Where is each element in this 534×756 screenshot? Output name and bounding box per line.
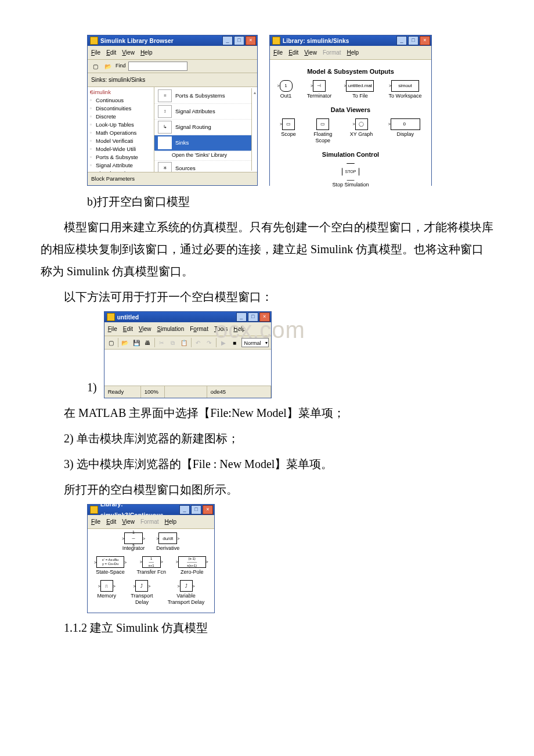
simulation-mode-combo[interactable]: Normal	[241, 338, 269, 347]
block-transport-delay[interactable]: ⤴Transport Delay	[131, 580, 153, 606]
paste-icon[interactable]: 📋	[179, 337, 188, 348]
block-xy-graph[interactable]: ◯XY Graph	[350, 118, 373, 144]
block-derivative[interactable]: du/dtDerivative	[156, 532, 179, 552]
redo-icon[interactable]: ↷	[205, 337, 214, 348]
block-zero-pole[interactable]: (s-1)────s(s+1)Zero-Pole	[178, 556, 206, 575]
cut-icon[interactable]: ✂	[157, 337, 166, 348]
menu-view[interactable]: View	[122, 516, 135, 527]
block-terminator[interactable]: ⊣Terminator	[307, 80, 332, 99]
tree-pane[interactable]: Simulink Continuous Discontinuities Disc…	[88, 87, 154, 172]
list-item-sinks[interactable]: ◧Sinks	[154, 135, 251, 151]
menu-help[interactable]: Help	[165, 516, 177, 527]
play-icon[interactable]: ▶	[219, 337, 228, 348]
list-item-open[interactable]: Open the 'Sinks' Library	[154, 151, 251, 161]
section-header: Simulation Control	[273, 149, 428, 161]
window-title: untitled	[117, 312, 236, 323]
block-icon: ↕	[158, 105, 172, 118]
maximize-button[interactable]: □	[408, 36, 418, 45]
block-scope[interactable]: ▭Scope	[281, 118, 296, 144]
minimize-button[interactable]: _	[179, 505, 190, 514]
tree-item[interactable]: Signal Attribute	[90, 161, 154, 170]
toolbar: ▢ 📂 💾 🖶 ✂ ⧉ 📋 ↶ ↷ ▶ ■ Normal	[104, 336, 271, 350]
titlebar: Simulink Library Browser _ □ ×	[88, 35, 257, 46]
titlebar: untitled _ □ ×	[104, 312, 271, 322]
tree-item[interactable]: Discontinuities	[90, 105, 154, 113]
model-canvas[interactable]	[104, 350, 271, 386]
menu-help[interactable]: Help	[233, 323, 246, 334]
tree-item[interactable]: Look-Up Tables	[90, 121, 154, 129]
block-display[interactable]: 0Display	[391, 118, 420, 144]
menubar: File Edit View Simulation Format Tools H…	[104, 322, 271, 336]
menu-edit[interactable]: Edit	[288, 47, 298, 58]
menu-view[interactable]: View	[304, 47, 317, 58]
close-button[interactable]: ×	[259, 312, 270, 322]
open-icon[interactable]: 📂	[121, 337, 129, 348]
stop-icon[interactable]: ■	[230, 337, 239, 348]
menu-file[interactable]: File	[91, 516, 100, 527]
list-item[interactable]: ↳Signal Routing	[154, 120, 251, 135]
menu-view[interactable]: View	[122, 47, 135, 58]
untitled-model-window: untitled _ □ × File Edit View Simulation…	[104, 311, 272, 398]
menu-file[interactable]: File	[108, 323, 117, 334]
window-title: Simulink Library Browser	[100, 35, 222, 46]
minimize-button[interactable]: _	[236, 312, 247, 322]
tree-item[interactable]: Model-Wide Utili	[90, 145, 154, 153]
tree-item[interactable]: Continuous	[90, 96, 154, 105]
menu-tools[interactable]: Tools	[214, 323, 228, 334]
menu-edit[interactable]: Edit	[106, 47, 116, 58]
menu-edit[interactable]: Edit	[123, 323, 133, 334]
find-input[interactable]	[128, 62, 187, 71]
maximize-button[interactable]: □	[191, 505, 201, 514]
list-item[interactable]: ↕Signal Attributes	[154, 104, 251, 120]
status-bar: Block Parameters	[88, 172, 257, 185]
new-icon[interactable]: ▢	[107, 337, 116, 348]
menu-edit[interactable]: Edit	[106, 516, 116, 527]
v-scrollbar[interactable]: ▴	[251, 88, 257, 171]
maximize-button[interactable]: □	[234, 36, 244, 45]
menu-file[interactable]: File	[273, 47, 283, 58]
save-icon[interactable]: 💾	[132, 337, 140, 348]
tree-item[interactable]: Signal Routing	[90, 170, 154, 172]
list-item[interactable]: ✳Sources	[154, 161, 251, 172]
paragraph: 2) 单击模块库浏览器的新建图标；	[41, 427, 493, 449]
copy-icon[interactable]: ⧉	[168, 337, 177, 348]
library-canvas: 1─sIntegrator du/dtDerivative x' = Ax+Bu…	[88, 529, 214, 613]
menu-view[interactable]: View	[139, 323, 151, 334]
block-to-file[interactable]: untitled.matTo File	[346, 80, 374, 99]
paragraph: 以下方法可用于打开一个空白模型窗口：	[41, 286, 493, 308]
close-button[interactable]: ×	[203, 505, 213, 514]
menu-simulation[interactable]: Simulation	[157, 323, 185, 334]
paragraph: 模型窗口用来建立系统的仿真模型。只有先创建一个空白的模型窗口，才能将模块库的相应…	[41, 216, 493, 282]
open-icon[interactable]: 📂	[103, 61, 113, 71]
tree-root[interactable]: Simulink	[90, 88, 154, 96]
close-button[interactable]: ×	[246, 36, 256, 45]
block-out1[interactable]: 1Out1	[280, 80, 293, 99]
undo-icon[interactable]: ↶	[193, 337, 202, 348]
menu-help[interactable]: Help	[140, 47, 153, 58]
tree-item[interactable]: Math Operations	[90, 129, 154, 137]
tree-item[interactable]: Discrete	[90, 113, 154, 121]
menu-file[interactable]: File	[91, 47, 100, 58]
block-variable-transport-delay[interactable]: ⤴Variable Transport Delay	[168, 580, 205, 606]
print-icon[interactable]: 🖶	[143, 337, 151, 348]
menu-help[interactable]: Help	[347, 47, 359, 58]
block-memory[interactable]: ⎍Memory	[98, 580, 117, 606]
minimize-button[interactable]: _	[222, 36, 233, 45]
block-transfer-fcn[interactable]: 1──s+1Transfer Fcn	[136, 556, 166, 575]
block-to-workspace[interactable]: simoutTo Workspace	[389, 80, 422, 99]
tree-item[interactable]: Model Verificati	[90, 137, 154, 145]
maximize-button[interactable]: □	[248, 312, 258, 322]
close-button[interactable]: ×	[420, 36, 430, 45]
minimize-button[interactable]: _	[396, 36, 407, 45]
tree-item[interactable]: Ports & Subsyste	[90, 153, 154, 161]
new-icon[interactable]: ▢	[90, 61, 100, 71]
menu-format[interactable]: Format	[190, 323, 208, 334]
block-stop[interactable]: STOP Stop Simulation	[273, 163, 428, 188]
section-header: Data Viewers	[273, 104, 428, 116]
status-solver: ode45	[207, 386, 271, 398]
block-floating-scope[interactable]: ▭Floating Scope	[313, 118, 332, 144]
list-item[interactable]: ⌗Ports & Subsystems	[154, 88, 251, 104]
block-integrator[interactable]: 1─sIntegrator	[122, 532, 145, 552]
top-figure-row: Simulink Library Browser _ □ × File Edit…	[41, 35, 493, 186]
block-state-space[interactable]: x' = Ax+Bu y = Cx+DuState-Space	[96, 556, 125, 575]
